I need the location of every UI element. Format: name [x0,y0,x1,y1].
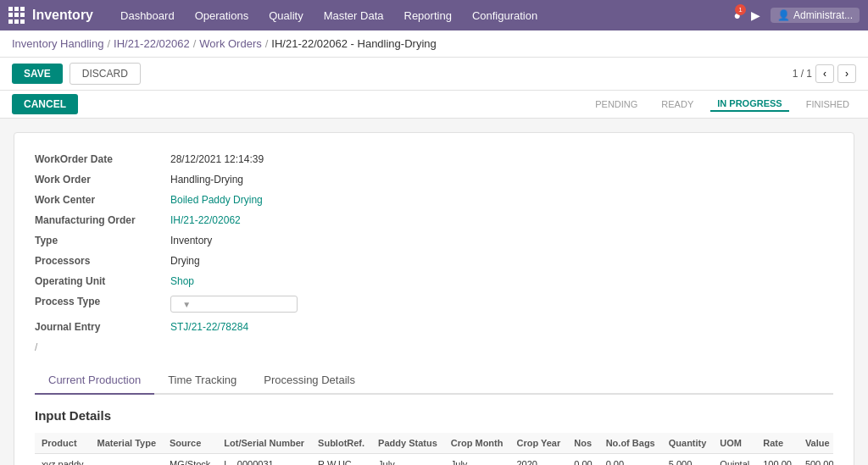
value-work-order: Handling-Drying [170,174,243,185]
tabs: Current Production Time Tracking Process… [35,367,833,395]
link-journal-entry[interactable]: STJ/21-22/78284 [170,321,248,333]
label-processors: Processors [35,255,170,267]
table-header-row: Product Material Type Source Lot/Serial … [35,433,833,454]
field-journal-entry: Journal Entry STJ/21-22/78284 [35,321,833,333]
table-cell: 2020 [509,454,567,466]
user-menu[interactable]: 👤 Administrat... [771,8,860,23]
label-process-type: Process Type [35,296,170,307]
status-in-progress: IN PROGRESS [710,97,788,112]
label-type: Type [35,235,170,246]
link-work-center[interactable]: Boiled Paddy Drying [170,194,263,206]
table-cell: Quintal [713,454,756,466]
input-details-table-container: Product Material Type Source Lot/Serial … [35,433,833,465]
col-crop-year: Crop Year [509,433,567,454]
breadcrumb-sep-2: / [193,37,197,50]
link-operating-unit[interactable]: Shop [170,275,194,287]
col-crop-month: Crop Month [444,433,510,454]
form-slash: / [35,341,833,353]
process-type-selected [176,298,179,310]
value-type: Inventory [170,235,212,246]
breadcrumb-sep-3: / [265,37,269,50]
value-processors: Drying [170,255,200,267]
nav-quality[interactable]: Quality [259,0,313,30]
col-quantity: Quantity [662,433,714,454]
nav-master-data[interactable]: Master Data [314,0,394,30]
top-navigation: Inventory Dashboard Operations Quality M… [0,0,868,30]
discard-button[interactable]: DISCARD [70,63,141,85]
field-work-center: Work Center Boiled Paddy Drying [35,194,833,206]
chat-icon[interactable]: ▶ [751,8,760,22]
field-manufacturing-order: Manufacturing Order IH/21-22/02062 [35,214,833,226]
value-work-center: Boiled Paddy Drying [170,194,263,206]
breadcrumb-work-orders[interactable]: Work Orders [199,37,261,50]
value-operating-unit: Shop [170,275,194,287]
table-row: xyz paddyMG/StockL - 0000031R.W.UCJulyJu… [35,454,833,466]
value-process-type[interactable]: ▼ [170,296,298,313]
col-value: Value [798,433,833,454]
col-lot-serial: Lot/Serial Number [217,433,311,454]
col-product: Product [35,433,91,454]
status-finished: FINISHED [799,97,856,111]
page-navigation: 1 / 1 ‹ › [793,64,856,83]
input-details-title: Input Details [35,408,833,423]
value-journal-entry: STJ/21-22/78284 [170,321,248,333]
cancel-button[interactable]: CANCEL [12,94,78,114]
toolbar-right: 1 / 1 ‹ › [793,64,856,83]
table-cell: R.W.UC [311,454,371,466]
table-cell: 500.00 [798,454,833,466]
nav-dashboard[interactable]: Dashboard [110,0,185,30]
notification-icon[interactable]: ● 1 [734,8,741,22]
field-workorder-date: WorkOrder Date 28/12/2021 12:14:39 [35,153,833,165]
save-button[interactable]: SAVE [12,64,63,84]
field-operating-unit: Operating Unit Shop [35,275,833,287]
table-cell: July [444,454,510,466]
toolbar-row2: CANCEL PENDING READY IN PROGRESS FINISHE… [0,91,868,119]
table-cell: 100.00 [756,454,798,466]
status-pending: PENDING [588,97,644,111]
tab-processing-details[interactable]: Processing Details [250,367,369,395]
breadcrumb: Inventory Handling / IH/21-22/02062 / Wo… [0,30,868,58]
status-bar: PENDING READY IN PROGRESS FINISHED [588,97,856,112]
col-sublot-ref: SublotRef. [311,433,371,454]
table-cell: 0.00 [567,454,598,466]
label-manufacturing-order: Manufacturing Order [35,214,170,226]
tab-current-production[interactable]: Current Production [35,367,154,395]
input-details-section: Input Details Product Material Type Sour… [35,408,833,465]
page-next-button[interactable]: › [837,64,856,83]
tab-time-tracking[interactable]: Time Tracking [154,367,250,395]
nav-configuration[interactable]: Configuration [462,0,548,30]
status-ready: READY [654,97,700,111]
col-rate: Rate [756,433,798,454]
label-work-center: Work Center [35,194,170,206]
main-content: WorkOrder Date 28/12/2021 12:14:39 Work … [0,119,868,465]
breadcrumb-sep-1: / [107,37,110,50]
input-details-table: Product Material Type Source Lot/Serial … [35,433,833,465]
nav-operations[interactable]: Operations [185,0,259,30]
link-manufacturing-order[interactable]: IH/21-22/02062 [170,214,241,226]
nav-reporting[interactable]: Reporting [394,0,462,30]
field-work-order: Work Order Handling-Drying [35,174,833,185]
breadcrumb-current: IH/21-22/02062 - Handling-Drying [271,37,436,50]
form-card: WorkOrder Date 28/12/2021 12:14:39 Work … [14,132,854,465]
label-operating-unit: Operating Unit [35,275,170,287]
col-material-type: Material Type [91,433,164,454]
table-cell: 5.000 [662,454,714,466]
col-nos: Nos [567,433,598,454]
right-icons: ● 1 ▶ 👤 Administrat... [734,8,860,23]
table-cell: xyz paddy [35,454,91,466]
label-workorder-date: WorkOrder Date [35,153,170,165]
table-cell: 0.00 [599,454,662,466]
field-processors: Processors Drying [35,255,833,267]
breadcrumb-ih-number[interactable]: IH/21-22/02062 [114,37,190,50]
dropdown-arrow-icon: ▼ [182,300,191,309]
value-workorder-date: 28/12/2021 12:14:39 [170,153,264,165]
col-uom: UOM [713,433,756,454]
page-prev-button[interactable]: ‹ [815,64,834,83]
table-cell: MG/Stock [163,454,217,466]
app-grid-icon[interactable] [8,7,25,24]
table-body: xyz paddyMG/StockL - 0000031R.W.UCJulyJu… [35,454,833,466]
table-cell: July [371,454,444,466]
app-name: Inventory [32,8,93,23]
breadcrumb-inventory-handling[interactable]: Inventory Handling [12,37,103,50]
page-info: 1 / 1 [793,68,812,80]
